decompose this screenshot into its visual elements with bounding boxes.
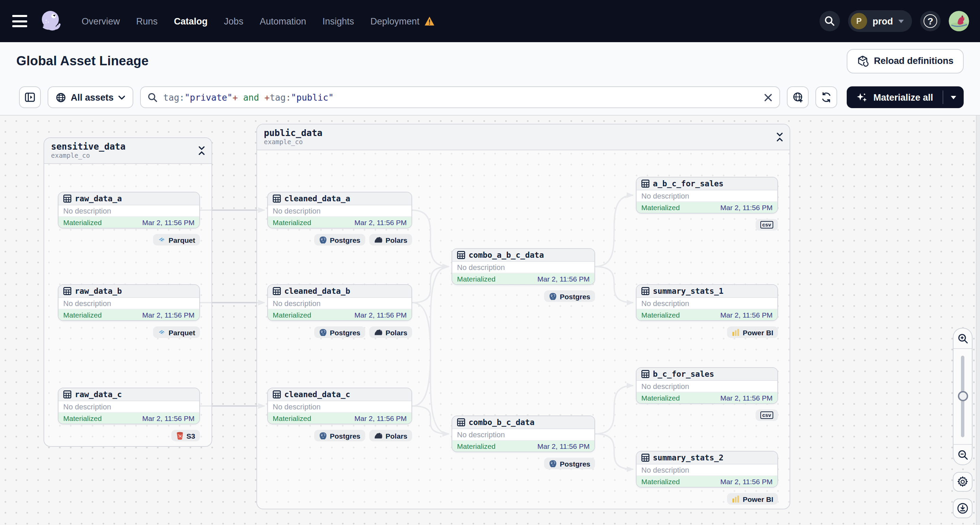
postgres-icon [319, 235, 327, 244]
tag-polars[interactable]: Polars [369, 234, 412, 245]
zoom-slider-handle[interactable] [958, 391, 968, 401]
asset-search-input[interactable]: tag:"private"+ and +tag:"public" [140, 86, 780, 108]
powerbi-icon [732, 495, 740, 503]
nav-item-jobs[interactable]: Jobs [224, 16, 243, 26]
materialized-status: Materialized [63, 311, 102, 319]
asset-description: No description [636, 465, 777, 476]
toggle-left-panel-button[interactable] [19, 86, 41, 108]
zoom-out-button[interactable] [953, 445, 972, 465]
materialized-timestamp: Mar 2, 11:56 PM [142, 311, 194, 319]
graph-settings-button[interactable] [953, 472, 972, 492]
asset-description: No description [452, 262, 594, 274]
materialized-status: Materialized [641, 394, 680, 402]
nav-item-runs[interactable]: Runs [136, 16, 158, 26]
nav-item-overview[interactable]: Overview [82, 16, 120, 26]
asset-name: summary_stats_1 [653, 286, 724, 296]
zoom-slider[interactable] [953, 349, 972, 444]
clear-search-icon[interactable] [764, 93, 773, 102]
tag-postgres[interactable]: Postgres [544, 458, 595, 469]
environment-switcher[interactable]: P prod [848, 10, 912, 32]
new-selection-globe-button[interactable] [787, 86, 809, 108]
group-name: public_data [264, 129, 322, 138]
group-name: sensitive_data [51, 142, 126, 151]
tag-parquet[interactable]: Parquet [153, 326, 200, 338]
table-icon [641, 453, 649, 462]
tag-polars[interactable]: Polars [369, 430, 412, 441]
asset-status-row: Materialized Mar 2, 11:56 PM [59, 413, 199, 424]
asset-status-row: Materialized Mar 2, 11:56 PM [636, 309, 777, 320]
group-code-location: example_co [264, 139, 322, 146]
polars-icon [374, 432, 383, 439]
asset-group-header[interactable]: public_data example_co [257, 124, 789, 150]
materialized-timestamp: Mar 2, 11:56 PM [720, 477, 773, 485]
asset-node-summary_stats_2[interactable]: summary_stats_2 No description Materiali… [636, 451, 778, 488]
asset-tags-a_b_c_for_sales: csv [636, 219, 778, 231]
materialized-timestamp: Mar 2, 11:56 PM [142, 218, 194, 226]
asset-node-cleaned_data_a[interactable]: cleaned_data_a No description Materializ… [267, 192, 412, 229]
tag-power-bi[interactable]: Power BI [727, 326, 778, 338]
nav-item-automation[interactable]: Automation [260, 16, 306, 26]
table-icon [63, 287, 72, 295]
asset-node-cleaned_data_c[interactable]: cleaned_data_c No description Materializ… [267, 388, 412, 424]
tag-postgres[interactable]: Postgres [314, 234, 365, 245]
postgres-icon [549, 460, 557, 468]
asset-node-combo_b_c_data[interactable]: combo_b_c_data No description Materializ… [452, 415, 595, 452]
tag-power-bi[interactable]: Power BI [727, 493, 778, 504]
asset-scope-dropdown[interactable]: All assets [48, 86, 133, 108]
materialized-status: Materialized [457, 442, 495, 450]
lineage-canvas[interactable]: sensitive_data example_co public_data ex… [0, 116, 980, 525]
asset-description: No description [268, 298, 412, 309]
materialized-timestamp: Mar 2, 11:56 PM [142, 414, 194, 422]
tag-postgres[interactable]: Postgres [544, 290, 595, 302]
search-icon[interactable] [819, 11, 840, 31]
tag-polars[interactable]: Polars [369, 326, 412, 338]
tag-csv[interactable]: csv [756, 409, 778, 421]
scrollbar-gutter[interactable] [976, 116, 980, 525]
table-icon [273, 390, 281, 399]
user-avatar[interactable] [949, 11, 969, 31]
nav-item-deployment[interactable]: Deployment [370, 16, 434, 26]
materialized-status: Materialized [63, 414, 102, 422]
tag-csv[interactable]: csv [756, 219, 778, 231]
materialized-timestamp: Mar 2, 11:56 PM [354, 218, 407, 226]
asset-node-a_b_c_for_sales[interactable]: a_b_c_for_sales No description Materiali… [636, 177, 778, 213]
asset-node-raw_data_b[interactable]: raw_data_b No description Materialized M… [58, 284, 200, 321]
reload-definitions-button[interactable]: Reload definitions [847, 49, 964, 73]
top-navbar: Overview Runs Catalog Jobs Automation In… [0, 0, 980, 42]
zoom-in-button[interactable] [953, 328, 972, 348]
hamburger-menu-icon[interactable] [12, 15, 27, 27]
tag-label: Power BI [743, 328, 773, 336]
nav-item-insights[interactable]: Insights [322, 16, 354, 26]
asset-group-header[interactable]: sensitive_data example_co [44, 138, 212, 164]
polars-icon [374, 236, 383, 243]
collapse-group-icon[interactable] [199, 146, 205, 155]
materialize-options-caret[interactable] [943, 86, 964, 108]
asset-node-b_c_for_sales[interactable]: b_c_for_sales No description Materialize… [636, 367, 778, 404]
tag-label: Postgres [330, 328, 360, 336]
tag-postgres[interactable]: Postgres [314, 326, 365, 338]
page-title: Global Asset Lineage [16, 53, 149, 68]
asset-status-row: Materialized Mar 2, 11:56 PM [452, 274, 594, 284]
asset-node-raw_data_a[interactable]: raw_data_a No description Materialized M… [58, 192, 200, 229]
tag-parquet[interactable]: Parquet [153, 234, 200, 245]
chevron-down-icon [898, 19, 904, 23]
asset-node-raw_data_c[interactable]: raw_data_c No description Materialized M… [58, 388, 200, 424]
zoom-controls [953, 328, 972, 465]
help-button[interactable]: ? [920, 11, 940, 31]
asset-name: summary_stats_2 [653, 453, 724, 463]
asset-node-combo_a_b_c_data[interactable]: combo_a_b_c_data No description Material… [452, 248, 595, 285]
tag-postgres[interactable]: Postgres [314, 430, 365, 441]
materialize-all-button[interactable]: Materialize all [847, 86, 943, 108]
tag-s3[interactable]: S3 [171, 430, 200, 441]
asset-node-summary_stats_1[interactable]: summary_stats_1 No description Materiali… [636, 284, 778, 321]
nav-item-catalog[interactable]: Catalog [174, 16, 208, 26]
refresh-button[interactable] [815, 86, 837, 108]
asset-node-cleaned_data_b[interactable]: cleaned_data_b No description Materializ… [267, 284, 412, 321]
nav-right-cluster: P prod ? [819, 10, 969, 32]
collapse-group-icon[interactable] [776, 133, 783, 142]
dagster-logo-icon[interactable] [40, 10, 62, 33]
download-graph-button[interactable] [953, 498, 972, 518]
group-code-location: example_co [51, 152, 126, 159]
tag-label: Parquet [169, 235, 195, 244]
table-icon [273, 194, 281, 203]
